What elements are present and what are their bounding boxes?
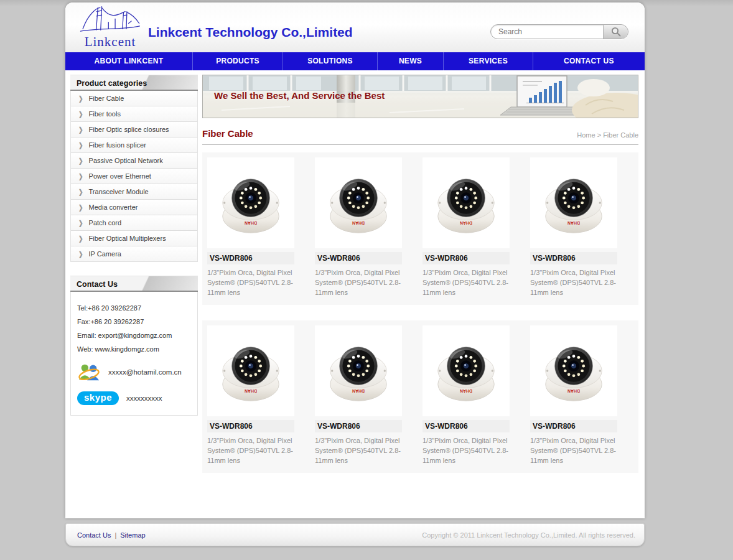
footer-sitemap-link[interactable]: Sitemap <box>120 531 145 539</box>
banner: We Sell the Best, And Service the Best <box>202 75 638 118</box>
category-label: IP Camera <box>89 250 121 258</box>
product-card: VS-WDR806 1/3"Pixim Orca, Digital Pixel … <box>207 157 315 297</box>
product-card: VS-WDR806 1/3"Pixim Orca, Digital Pixel … <box>315 325 423 465</box>
categories-list: ❯Fiber Cable ❯Fiber tools ❯Fiber Optic s… <box>70 91 198 262</box>
product-card: VS-WDR806 1/3"Pixim Orca, Digital Pixel … <box>423 157 530 297</box>
sidebar-item-fiber-tools[interactable]: ❯Fiber tools <box>71 106 197 122</box>
chevron-right-icon: ❯ <box>78 110 83 118</box>
chevron-right-icon: ❯ <box>78 126 83 133</box>
sidebar: Product categories ❯Fiber Cable ❯Fiber t… <box>70 75 198 416</box>
footer-copyright: Copyright © 2011 Linkcent Technology Co.… <box>422 531 635 539</box>
site-header: Linkcent Linkcent Technology Co.,Limited <box>65 2 645 52</box>
chevron-right-icon: ❯ <box>78 235 83 242</box>
sidebar-item-power-over-ethernet[interactable]: ❯Power over Ethernet <box>71 169 197 184</box>
msn-address: xxxxx@hotamil.com.cn <box>108 368 182 376</box>
contact-box: Tel:+86 20 39262287 Fax:+86 20 39262287 … <box>70 292 198 416</box>
product-card: VS-WDR806 1/3"Pixim Orca, Digital Pixel … <box>423 325 530 465</box>
nav-news[interactable]: NEWS <box>378 52 444 70</box>
product-description: 1/3"Pixim Orca, Digital Pixel System® (D… <box>423 268 511 297</box>
search-button[interactable] <box>603 25 628 39</box>
sidebar-item-splice-closures[interactable]: ❯Fiber Optic splice closures <box>71 122 197 138</box>
chevron-right-icon: ❯ <box>78 250 83 258</box>
product-name-link[interactable]: VS-WDR806 <box>530 420 617 432</box>
category-label: Patch cord <box>89 219 122 226</box>
dome-camera-icon <box>214 334 287 408</box>
sidebar-item-fiber-cable[interactable]: ❯Fiber Cable <box>71 91 197 106</box>
chevron-right-icon: ❯ <box>78 219 83 226</box>
msn-messenger-icon <box>77 362 101 383</box>
main-nav: ABOUT LINKCENT PRODUCTS SOLUTIONS NEWS S… <box>65 52 645 70</box>
dome-camera-icon <box>322 166 395 240</box>
category-label: Fiber Cable <box>89 95 124 102</box>
nav-services[interactable]: SERVICES <box>444 52 533 70</box>
product-image[interactable] <box>315 157 402 248</box>
dome-camera-icon <box>429 166 503 240</box>
site-logo[interactable]: Linkcent <box>73 4 147 51</box>
footer-contact-link[interactable]: Contact Us <box>77 531 111 539</box>
category-label: Passive Optical Network <box>89 157 163 164</box>
product-row-1: VS-WDR806 1/3"Pixim Orca, Digital Pixel … <box>202 152 638 305</box>
chevron-right-icon: ❯ <box>78 141 83 149</box>
category-label: Media converter <box>89 203 138 211</box>
product-card: VS-WDR806 1/3"Pixim Orca, Digital Pixel … <box>530 325 638 465</box>
site-footer: Contact Us|Sitemap Copyright © 2011 Link… <box>65 523 645 546</box>
skype-id: xxxxxxxxxx <box>126 394 162 402</box>
product-name-link[interactable]: VS-WDR806 <box>315 252 402 264</box>
product-description: 1/3"Pixim Orca, Digital Pixel System® (D… <box>530 436 619 465</box>
sidebar-item-optical-multiplexers[interactable]: ❯Fiber Optical Multiplexers <box>71 231 197 246</box>
contact-email: Email: export@kingdomgz.com <box>77 332 194 339</box>
category-label: Transceiver Module <box>89 188 149 195</box>
sidebar-item-transceiver-module[interactable]: ❯Transceiver Module <box>71 184 197 200</box>
product-name-link[interactable]: VS-WDR806 <box>530 252 617 264</box>
product-card: VS-WDR806 1/3"Pixim Orca, Digital Pixel … <box>530 157 638 297</box>
product-row-2: VS-WDR806 1/3"Pixim Orca, Digital Pixel … <box>202 320 638 473</box>
category-label: Fiber Optic splice closures <box>89 126 169 133</box>
product-image[interactable] <box>315 325 402 416</box>
breadcrumb: Home > Fiber Cable <box>577 131 638 139</box>
sidebar-item-fusion-splicer[interactable]: ❯Fiber fusion splicer <box>71 138 197 153</box>
sidebar-item-patch-cord[interactable]: ❯Patch cord <box>71 215 197 231</box>
breadcrumb-separator: > <box>597 131 601 139</box>
product-image[interactable] <box>423 325 510 416</box>
category-label: Power over Ethernet <box>89 172 151 180</box>
nav-solutions[interactable]: SOLUTIONS <box>283 52 378 70</box>
category-label: Fiber tools <box>89 110 121 118</box>
dome-camera-icon <box>214 166 287 240</box>
product-name-link[interactable]: VS-WDR806 <box>315 420 402 432</box>
product-image[interactable] <box>207 157 294 248</box>
sidebar-item-ip-camera[interactable]: ❯IP Camera <box>71 246 197 262</box>
search-input[interactable] <box>491 25 603 39</box>
breadcrumb-home-link[interactable]: Home <box>577 131 595 139</box>
sidebar-item-passive-optical-network[interactable]: ❯Passive Optical Network <box>71 153 197 169</box>
product-image[interactable] <box>207 325 294 416</box>
product-description: 1/3"Pixim Orca, Digital Pixel System® (D… <box>423 436 511 465</box>
product-image[interactable] <box>530 157 617 248</box>
category-label: Fiber fusion splicer <box>89 141 146 149</box>
dome-camera-icon <box>537 166 610 240</box>
search-icon <box>610 26 622 37</box>
chevron-right-icon: ❯ <box>78 95 83 102</box>
sidebar-item-media-converter[interactable]: ❯Media converter <box>71 200 197 215</box>
product-description: 1/3"Pixim Orca, Digital Pixel System® (D… <box>315 436 403 465</box>
product-name-link[interactable]: VS-WDR806 <box>207 252 294 264</box>
product-description: 1/3"Pixim Orca, Digital Pixel System® (D… <box>207 268 296 297</box>
product-card: VS-WDR806 1/3"Pixim Orca, Digital Pixel … <box>315 157 423 297</box>
category-label: Fiber Optical Multiplexers <box>89 235 166 242</box>
product-card: VS-WDR806 1/3"Pixim Orca, Digital Pixel … <box>207 325 315 465</box>
chevron-right-icon: ❯ <box>78 188 83 195</box>
product-name-link[interactable]: VS-WDR806 <box>423 252 510 264</box>
nav-products[interactable]: PRODUCTS <box>193 52 283 70</box>
footer-separator: | <box>114 531 116 539</box>
product-name-link[interactable]: VS-WDR806 <box>207 420 294 432</box>
main-content: We Sell the Best, And Service the Best F… <box>202 75 638 473</box>
product-name-link[interactable]: VS-WDR806 <box>423 420 510 432</box>
product-image[interactable] <box>423 157 510 248</box>
bridge-logo-icon <box>79 4 141 37</box>
chevron-right-icon: ❯ <box>78 157 83 164</box>
chevron-right-icon: ❯ <box>78 172 83 180</box>
product-description: 1/3"Pixim Orca, Digital Pixel System® (D… <box>315 268 403 297</box>
page-title: Fiber Cable <box>202 128 253 139</box>
nav-contact[interactable]: CONTACT US <box>533 52 645 70</box>
product-image[interactable] <box>530 325 617 416</box>
nav-about[interactable]: ABOUT LINKCENT <box>65 52 193 70</box>
